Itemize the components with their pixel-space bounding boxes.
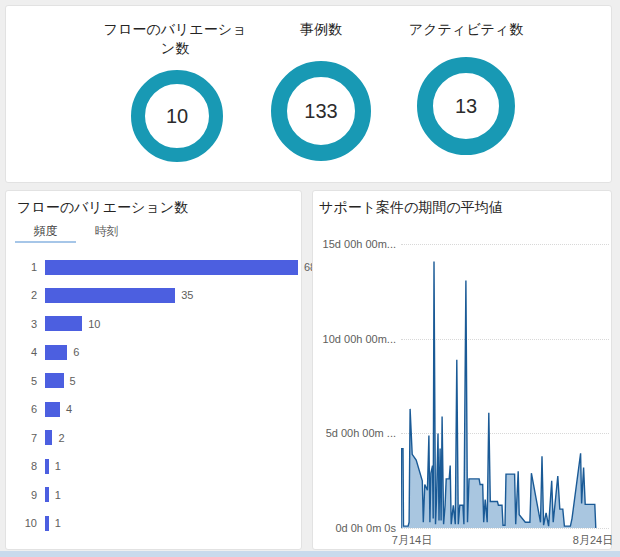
- bar-value-label: 10: [88, 318, 100, 330]
- bar-row: 235: [17, 281, 295, 309]
- bar-row: 46: [17, 338, 295, 366]
- bar-category-label: 6: [17, 403, 37, 415]
- case-duration-area-panel: サポート案件の期間の平均値 15d 00h 00m... 10d 00h 00m…: [312, 190, 612, 550]
- dashboard-page: { "accent_colors": { "donut_ring": "#189…: [0, 0, 620, 557]
- x-tick-aug24: 8月24日: [561, 533, 620, 548]
- area-series-line: [401, 262, 596, 529]
- x-tick-jul14: 7月14日: [380, 533, 444, 548]
- bar-value-label: 6: [73, 346, 79, 358]
- area-chart[interactable]: [401, 241, 609, 529]
- bar-category-label: 3: [17, 318, 37, 330]
- bar-row: 81: [17, 452, 295, 480]
- kpi-value-flow-variations: 10: [166, 105, 188, 128]
- bar-row: 91: [17, 481, 295, 509]
- bar[interactable]: [45, 459, 49, 474]
- bar[interactable]: [45, 430, 52, 445]
- donut-kpi-cases[interactable]: 133: [271, 61, 371, 161]
- bar-value-label: 1: [55, 460, 61, 472]
- donut-kpi-activities[interactable]: 13: [417, 57, 515, 155]
- bar-panel-title: フローのバリエーション数: [17, 199, 188, 217]
- bar[interactable]: [45, 516, 49, 531]
- kpi-label-activities: アクティビティ数: [396, 20, 536, 39]
- bar[interactable]: [45, 288, 175, 303]
- bar-category-label: 10: [17, 517, 37, 529]
- bar-value-label: 5: [70, 375, 76, 387]
- bar-row: 55: [17, 367, 295, 395]
- bar[interactable]: [45, 345, 67, 360]
- area-panel-title: サポート案件の期間の平均値: [319, 199, 503, 217]
- y-tick-15d: 15d 00h 00m...: [314, 238, 396, 250]
- bar[interactable]: [45, 402, 60, 417]
- bar[interactable]: [45, 316, 82, 331]
- bar-row: 168: [17, 253, 295, 281]
- kpi-value-cases: 133: [304, 100, 337, 123]
- kpi-value-activities: 13: [455, 95, 477, 118]
- flow-variations-bar-panel: フローのバリエーション数 頻度 時刻 168235310465564728191…: [5, 190, 302, 550]
- bar-value-label: 4: [66, 403, 72, 415]
- bar-panel-tabs: 頻度 時刻: [15, 219, 137, 243]
- y-tick-5d: 5d 00h 00m ...: [314, 427, 396, 439]
- kpi-label-flow-variations: フローのバリエーション数: [100, 20, 250, 58]
- kpi-panel: フローのバリエーション数 事例数 アクティビティ数 10 133 13: [5, 5, 612, 183]
- kpi-label-cases: 事例数: [251, 20, 391, 39]
- bar-category-label: 5: [17, 375, 37, 387]
- tab-frequency[interactable]: 頻度: [15, 219, 76, 243]
- bar-category-label: 8: [17, 460, 37, 472]
- bar[interactable]: [45, 260, 298, 275]
- bar-category-label: 7: [17, 432, 37, 444]
- bar-category-label: 1: [17, 261, 37, 273]
- donut-kpi-flow-variations[interactable]: 10: [131, 70, 223, 162]
- bar-row: 64: [17, 395, 295, 423]
- bar-value-label: 1: [55, 489, 61, 501]
- bar[interactable]: [45, 373, 64, 388]
- bar-row: 72: [17, 424, 295, 452]
- bar-category-label: 9: [17, 489, 37, 501]
- y-tick-10d: 10d 00h 00m...: [314, 333, 396, 345]
- bar-category-label: 2: [17, 289, 37, 301]
- tab-time[interactable]: 時刻: [76, 219, 137, 243]
- bar-row: 101: [17, 509, 295, 537]
- bar-value-label: 1: [55, 517, 61, 529]
- bar-value-label: 2: [58, 432, 64, 444]
- bar-category-label: 4: [17, 346, 37, 358]
- bar-row: 310: [17, 310, 295, 338]
- bar[interactable]: [45, 487, 49, 502]
- bar-value-label: 35: [181, 289, 193, 301]
- bottom-accent-strip: [0, 551, 620, 557]
